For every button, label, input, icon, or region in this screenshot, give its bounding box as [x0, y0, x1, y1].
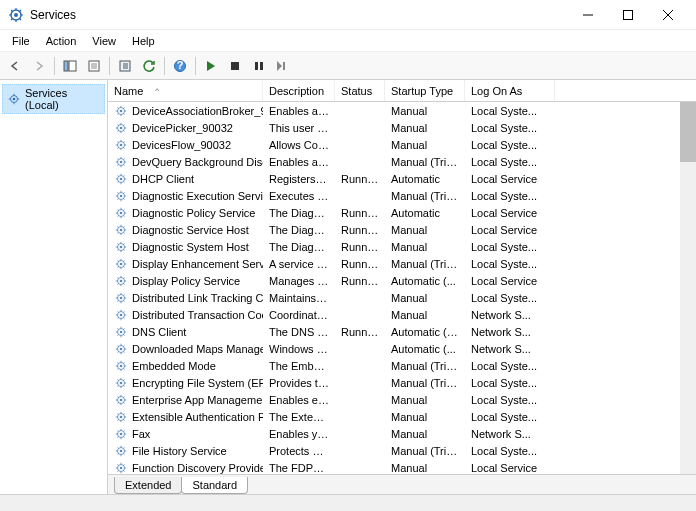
svg-point-36 [120, 279, 123, 282]
service-name: Diagnostic Policy Service [132, 207, 256, 219]
service-gear-icon [114, 104, 128, 118]
service-gear-icon [114, 291, 128, 305]
service-gear-icon [114, 206, 128, 220]
column-header-name[interactable]: Name^ [108, 80, 263, 101]
service-name: Encrypting File System (EFS) [132, 377, 263, 389]
service-status: Running [335, 241, 385, 253]
service-description: The DNS Cli... [263, 326, 335, 338]
tree-item-services-local[interactable]: Services (Local) [2, 84, 105, 114]
service-description: Executes di... [263, 190, 335, 202]
service-status: Running [335, 326, 385, 338]
menu-help[interactable]: Help [124, 33, 163, 49]
svg-point-16 [120, 109, 123, 112]
menu-action[interactable]: Action [38, 33, 85, 49]
service-row[interactable]: Function Discovery Provide...The FDPHO..… [108, 459, 696, 474]
menu-file[interactable]: File [4, 33, 38, 49]
service-row[interactable]: DHCP ClientRegisters an...RunningAutomat… [108, 170, 696, 187]
svg-point-24 [120, 177, 123, 180]
service-row[interactable]: Encrypting File System (EFS)Provides th.… [108, 374, 696, 391]
service-name: DevicePicker_90032 [132, 122, 233, 134]
column-header-description[interactable]: Description [263, 80, 335, 101]
service-row[interactable]: File History ServiceProtects use...Manua… [108, 442, 696, 459]
column-header-status[interactable]: Status [335, 80, 385, 101]
service-status: Running [335, 224, 385, 236]
sort-indicator-icon: ^ [155, 86, 159, 95]
service-logon: Local Syste... [465, 139, 555, 151]
menu-view[interactable]: View [84, 33, 124, 49]
service-row[interactable]: Distributed Transaction Coo...Coordinate… [108, 306, 696, 323]
services-listview: Name^ Description Status Startup Type Lo… [108, 80, 696, 474]
service-row[interactable]: Enterprise App Managemen...Enables ent..… [108, 391, 696, 408]
service-row[interactable]: Display Policy ServiceManages th...Runni… [108, 272, 696, 289]
service-row[interactable]: Diagnostic Service HostThe Diagno...Runn… [108, 221, 696, 238]
service-gear-icon [114, 359, 128, 373]
service-logon: Local Service [465, 207, 555, 219]
service-row[interactable]: Diagnostic Policy ServiceThe Diagno...Ru… [108, 204, 696, 221]
maximize-button[interactable] [608, 1, 648, 29]
service-startup: Manual [385, 292, 465, 304]
service-row[interactable]: Distributed Link Tracking Cli...Maintain… [108, 289, 696, 306]
service-row[interactable]: Diagnostic System HostThe Diagno...Runni… [108, 238, 696, 255]
svg-rect-4 [69, 61, 76, 71]
tab-standard[interactable]: Standard [181, 477, 248, 494]
service-row[interactable]: DevQuery Background Disc...Enables app..… [108, 153, 696, 170]
help-button[interactable]: ? [169, 55, 191, 77]
service-logon: Network S... [465, 343, 555, 355]
service-row[interactable]: DNS ClientThe DNS Cli...RunningAutomatic… [108, 323, 696, 340]
restart-service-button[interactable] [272, 55, 294, 77]
pause-service-button[interactable] [248, 55, 270, 77]
service-logon: Local Syste... [465, 190, 555, 202]
service-description: Windows se... [263, 343, 335, 355]
service-row[interactable]: Extensible Authentication P...The Extens… [108, 408, 696, 425]
minimize-button[interactable] [568, 1, 608, 29]
svg-rect-2 [624, 10, 633, 19]
back-button[interactable] [4, 55, 26, 77]
refresh-button[interactable] [138, 55, 160, 77]
service-row[interactable]: Display Enhancement ServiceA service fo.… [108, 255, 696, 272]
svg-point-38 [120, 296, 123, 299]
service-row[interactable]: Downloaded Maps ManagerWindows se...Auto… [108, 340, 696, 357]
scrollbar-thumb[interactable] [680, 102, 696, 162]
column-header-startup[interactable]: Startup Type [385, 80, 465, 101]
service-startup: Manual (Trig... [385, 258, 465, 270]
column-header-logon[interactable]: Log On As [465, 80, 555, 101]
service-row[interactable]: DevicesFlow_90032Allows Con...ManualLoca… [108, 136, 696, 153]
show-hide-tree-button[interactable] [59, 55, 81, 77]
service-row[interactable]: Embedded ModeThe Embed...Manual (Trig...… [108, 357, 696, 374]
export-list-button[interactable] [83, 55, 105, 77]
vertical-scrollbar[interactable] [680, 102, 696, 474]
service-status: Running [335, 275, 385, 287]
close-button[interactable] [648, 1, 688, 29]
svg-point-42 [120, 330, 123, 333]
properties-button[interactable] [114, 55, 136, 77]
service-row[interactable]: Diagnostic Execution ServiceExecutes di.… [108, 187, 696, 204]
service-row[interactable]: FaxEnables you...ManualNetwork S... [108, 425, 696, 442]
app-icon [8, 7, 24, 23]
tree-item-label: Services (Local) [25, 87, 100, 111]
service-status: Running [335, 207, 385, 219]
service-gear-icon [114, 121, 128, 135]
service-startup: Automatic (T... [385, 326, 465, 338]
service-logon: Network S... [465, 326, 555, 338]
service-description: The Diagno... [263, 207, 335, 219]
service-row[interactable]: DevicePicker_90032This user ser...Manual… [108, 119, 696, 136]
svg-point-22 [120, 160, 123, 163]
service-row[interactable]: DeviceAssociationBroker_90...Enables app… [108, 102, 696, 119]
service-name: File History Service [132, 445, 227, 457]
service-gear-icon [114, 376, 128, 390]
forward-button[interactable] [28, 55, 50, 77]
service-startup: Manual [385, 224, 465, 236]
stop-service-button[interactable] [224, 55, 246, 77]
service-name: DNS Client [132, 326, 186, 338]
titlebar: Services [0, 0, 696, 30]
start-service-button[interactable] [200, 55, 222, 77]
tab-extended[interactable]: Extended [114, 477, 182, 494]
service-description: The Extensi... [263, 411, 335, 423]
service-gear-icon [114, 155, 128, 169]
svg-point-56 [120, 449, 123, 452]
svg-point-48 [120, 381, 123, 384]
service-startup: Manual [385, 105, 465, 117]
service-startup: Manual [385, 428, 465, 440]
service-startup: Manual [385, 309, 465, 321]
svg-rect-3 [64, 61, 68, 71]
